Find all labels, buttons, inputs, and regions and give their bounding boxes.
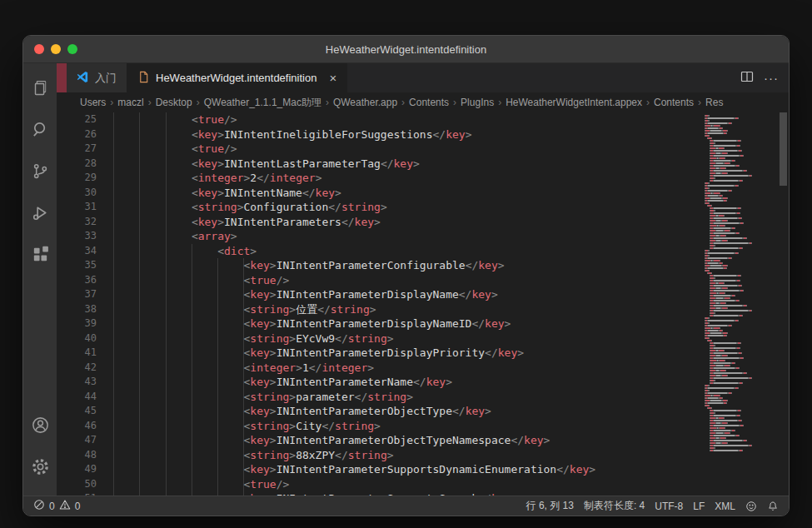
code-line[interactable]: 31<string>Configuration</string> [57,200,696,215]
code-line[interactable]: 27<true/> [57,142,696,157]
breadcrumb: Users›maczl›Desktop›QWeather_1.1.1_Mac助理… [57,92,789,112]
code-line[interactable]: 28<key>INIntentLastParameterTag</key> [57,157,696,172]
window-title: HeWeatherWidget.intentdefinition [326,43,486,56]
line-number: 35 [57,258,97,273]
code-line[interactable]: 40<string>EYcVw9</string> [57,331,696,346]
sidebar-item-source-control[interactable] [23,152,57,193]
code-line[interactable]: 47<key>INIntentParameterObjectTypeNamesp… [57,433,696,448]
breadcrumb-item[interactable]: maczl [117,97,143,108]
line-number: 48 [57,448,97,463]
sidebar-item-run-debug[interactable] [23,193,57,235]
code-line[interactable]: 37<key>INIntentParameterDisplayName</key… [57,287,696,302]
warning-count: 0 [75,501,81,512]
problems-indicator[interactable]: 0 0 [33,499,80,513]
language-mode[interactable]: XML [715,501,735,512]
breadcrumb-separator-icon: › [326,97,329,108]
split-editor-icon[interactable] [740,70,754,87]
breadcrumb-item[interactable]: Contents [409,97,449,108]
line-number: 38 [57,302,97,317]
code-line[interactable]: 51<key>INIntentParameterSupportsSearch</… [57,491,696,496]
code-line[interactable]: 30<key>INIntentName</key> [57,186,696,201]
gear-icon [31,457,50,480]
code-line[interactable]: 34<dict> [57,244,696,259]
code-line[interactable]: 36<true/> [57,273,696,288]
breadcrumb-separator-icon: › [646,97,650,108]
sidebar-item-extensions[interactable] [23,235,57,276]
vscode-logo-icon [77,71,89,86]
editor: 25<true/>26<key>INIntentIneligibleForSug… [57,112,789,496]
code-line[interactable]: 33<array> [57,229,696,244]
code-line[interactable]: 42<integer>1</integer> [57,361,696,376]
line-number: 30 [57,186,97,201]
breadcrumb-item[interactable]: HeWeatherWidgetIntent.appex [506,97,642,108]
tab-bar: 入门 HeWeatherWidget.intentdefinition × ··… [57,63,789,92]
minimize-window-button[interactable] [51,44,61,54]
code-line[interactable]: 49<key>INIntentParameterSupportsDynamicE… [57,462,696,477]
breadcrumb-separator-icon: › [698,97,701,108]
code-line[interactable]: 32<key>INIntentParameters</key> [57,215,696,230]
breadcrumb-item[interactable]: QWeather_1.1.1_Mac助理 [204,96,321,110]
breadcrumb-item[interactable]: QWeather.app [333,97,397,108]
tab-getting-started[interactable]: 入门 [67,63,127,92]
activity-bar [23,63,57,496]
title-bar[interactable]: HeWeatherWidget.intentdefinition [23,36,789,63]
line-number: 45 [57,404,97,419]
code-line[interactable]: 50<true/> [57,477,696,492]
more-actions-icon[interactable]: ··· [764,71,779,85]
line-number: 44 [57,390,97,405]
feedback-smiley-icon[interactable] [745,501,757,512]
status-bar: 0 0 行 6, 列 13 制表符长度: 4 UTF-8 LF XML [23,496,789,516]
intent-file-icon [137,71,150,86]
line-number: 26 [57,127,97,142]
line-number: 50 [57,477,97,492]
code-lines[interactable]: 25<true/>26<key>INIntentIneligibleForSug… [57,112,696,496]
sidebar-item-account[interactable] [23,406,57,447]
line-number: 29 [57,171,97,186]
line-number: 49 [57,462,97,477]
code-line[interactable]: 38<string>位置</string> [57,302,696,317]
tab-size-indicator[interactable]: 制表符长度: 4 [584,499,645,513]
breadcrumb-separator-icon: › [453,97,456,108]
code-line[interactable]: 39<key>INIntentParameterDisplayNameID</k… [57,316,696,331]
line-number: 37 [57,287,97,302]
breadcrumb-item[interactable]: Users [80,97,106,108]
code-line[interactable]: 25<true/> [57,112,696,127]
tab-label: 入门 [95,71,117,86]
close-window-button[interactable] [34,44,44,54]
line-number: 39 [57,316,97,331]
line-number: 51 [57,491,97,496]
breadcrumb-item[interactable]: Res [705,97,723,108]
line-number: 41 [57,346,97,361]
zoom-window-button[interactable] [67,44,77,54]
line-number: 31 [57,200,97,215]
code-line[interactable]: 46<string>City</string> [57,419,696,434]
line-number: 43 [57,375,97,390]
scrollbar-thumb[interactable] [780,112,787,186]
code-line[interactable]: 41<key>INIntentParameterDisplayPriority<… [57,346,696,361]
line-number: 32 [57,215,97,230]
code-line[interactable]: 45<key>INIntentParameterObjectType</key> [57,404,696,419]
vertical-scrollbar[interactable] [778,112,789,496]
eol-indicator[interactable]: LF [693,501,705,512]
account-icon [31,416,50,438]
minimap[interactable] [696,112,778,496]
code-line[interactable]: 26<key>INIntentIneligibleForSuggestions<… [57,127,696,142]
breadcrumb-item[interactable]: PlugIns [461,97,494,108]
sidebar-item-settings[interactable] [23,447,57,489]
code-line[interactable]: 43<key>INIntentParameterName</key> [57,375,696,390]
code-line[interactable]: 48<string>88xZPY</string> [57,448,696,463]
code-line[interactable]: 35<key>INIntentParameterConfigurable</ke… [57,258,696,273]
sidebar-item-search[interactable] [23,110,57,152]
breadcrumb-item[interactable]: Desktop [156,97,192,108]
tab-intentdefinition[interactable]: HeWeatherWidget.intentdefinition × [127,63,347,92]
code-line[interactable]: 29<integer>2</integer> [57,171,696,186]
error-icon [33,499,45,513]
breadcrumb-item[interactable]: Contents [654,97,694,108]
sidebar-item-explorer[interactable] [23,68,57,110]
bell-icon[interactable] [767,501,779,512]
close-tab-icon[interactable]: × [329,72,336,84]
code-line[interactable]: 44<string>parameter</string> [57,390,696,405]
encoding-indicator[interactable]: UTF-8 [655,501,683,512]
warning-icon [59,499,71,513]
cursor-position[interactable]: 行 6, 列 13 [526,499,574,513]
